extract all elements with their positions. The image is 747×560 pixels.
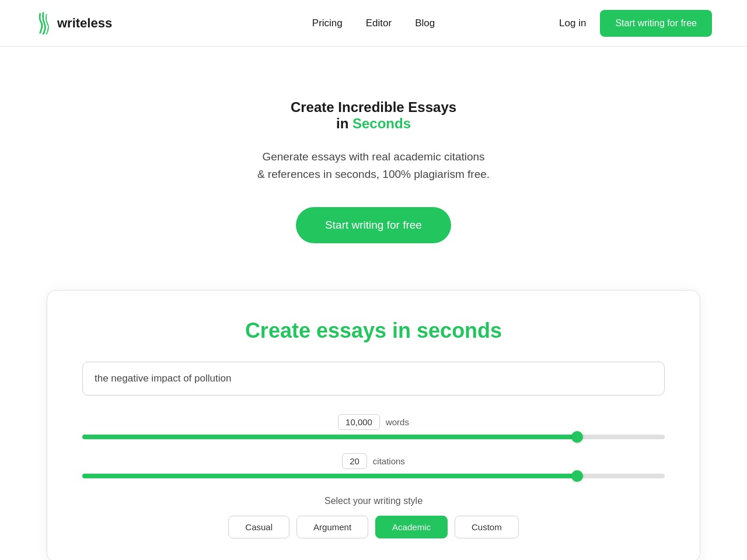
words-unit: words <box>386 417 409 427</box>
citations-label-row: 20 citations <box>82 453 665 469</box>
citations-slider-thumb[interactable] <box>571 470 583 482</box>
logo-link[interactable]: writeless <box>35 12 112 35</box>
logo-text: writeless <box>57 16 112 31</box>
citations-unit: citations <box>373 456 405 466</box>
style-btn-casual[interactable]: Casual <box>228 516 289 538</box>
citations-slider-track[interactable] <box>82 474 665 478</box>
style-section: Select your writing style Casual Argumen… <box>82 496 665 538</box>
nav-right: Log in Start writing for free <box>559 10 712 37</box>
citations-value-box: 20 <box>342 453 367 469</box>
nav-link-pricing[interactable]: Pricing <box>312 18 343 29</box>
citations-slider-section: 20 citations <box>82 453 665 478</box>
words-value-box: 10,000 <box>338 414 380 430</box>
demo-card-title: Create essays in seconds <box>82 318 665 343</box>
nav-cta-button[interactable]: Start writing for free <box>600 10 712 37</box>
hero-subtitle-line2: & references in seconds, 100% plagiarism… <box>257 168 490 180</box>
demo-wrapper: Create essays in seconds 10,000 words 20… <box>0 278 747 560</box>
essay-topic-input-wrapper[interactable] <box>82 362 665 396</box>
nav-links: Pricing Editor Blog <box>312 18 435 29</box>
hero-subtitle-line1: Generate essays with real academic citat… <box>262 150 484 163</box>
hero-cta-wrapper: Start writing for free <box>35 207 712 243</box>
demo-card: Create essays in seconds 10,000 words 20… <box>47 290 700 560</box>
style-btn-custom[interactable]: Custom <box>455 516 519 538</box>
hero-subtitle: Generate essays with real academic citat… <box>35 148 712 184</box>
words-slider-track[interactable] <box>82 435 665 439</box>
words-slider-section: 10,000 words <box>82 414 665 439</box>
nav-link-blog[interactable]: Blog <box>415 18 435 29</box>
style-label: Select your writing style <box>82 496 665 506</box>
hero-cta-button[interactable]: Start writing for free <box>296 207 451 243</box>
style-btn-argument[interactable]: Argument <box>296 516 368 538</box>
navbar: writeless Pricing Editor Blog Log in Sta… <box>0 0 747 47</box>
hero-title-highlight: Seconds <box>352 116 411 131</box>
hero-title: Create Incredible Essays in Seconds <box>35 99 712 132</box>
essay-topic-input[interactable] <box>95 373 652 384</box>
style-buttons: Casual Argument Academic Custom <box>82 516 665 538</box>
nav-link-editor[interactable]: Editor <box>366 18 392 29</box>
hero-section: Create Incredible Essays in Seconds Gene… <box>0 47 747 278</box>
hero-title-line1: Create Incredible Essays <box>291 99 456 115</box>
hero-title-line2-prefix: in <box>336 116 352 131</box>
citations-slider-fill <box>82 474 577 478</box>
words-slider-thumb[interactable] <box>571 431 583 443</box>
logo-icon <box>35 12 54 35</box>
login-button[interactable]: Log in <box>559 18 586 29</box>
words-label-row: 10,000 words <box>82 414 665 430</box>
style-btn-academic[interactable]: Academic <box>375 516 448 538</box>
words-slider-fill <box>82 435 577 439</box>
